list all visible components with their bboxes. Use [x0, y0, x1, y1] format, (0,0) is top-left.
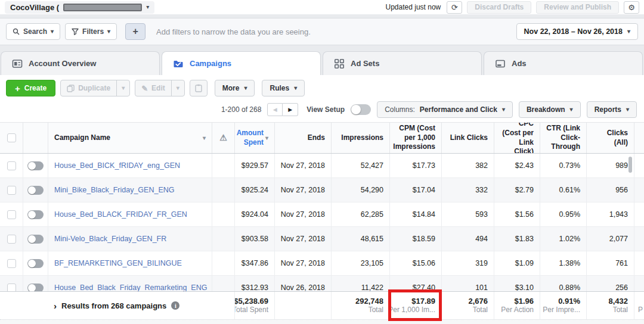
toggle-knob [28, 260, 36, 267]
delivery-alert-cell [212, 178, 234, 202]
row-checkbox-cell [0, 178, 23, 202]
filter-bar: Search ▾ Filters ▾ + Add filters to narr… [0, 18, 644, 45]
cpm-cell: $17.73 [389, 154, 441, 177]
campaign-name-link[interactable]: Mini_Bike_Black_Friday_GEN_ENG [54, 186, 174, 194]
select-all-checkbox[interactable] [7, 133, 16, 142]
toggle-knob [28, 284, 36, 292]
cpc-cell: $1.09 [494, 251, 540, 275]
delivery-alert-cell [212, 202, 234, 226]
vertical-scrollbar[interactable] [628, 157, 632, 173]
impressions-cell: 52,427 [331, 154, 389, 177]
ends-cell: Nov 26, 2018 [274, 276, 331, 291]
search-label: Search [23, 27, 47, 36]
campaign-name-header[interactable]: Campaign Name ▾ [48, 123, 212, 153]
toggle-knob [28, 162, 36, 170]
clicks-all-cell: 2,077 [586, 227, 634, 251]
create-button[interactable]: + Create [6, 80, 55, 96]
row-checkbox[interactable] [7, 161, 16, 170]
ctr-cell: 0.61% [540, 178, 586, 202]
horizontal-scroll-area[interactable] [0, 319, 644, 324]
date-range-selector[interactable]: Nov 22, 2018 – Nov 26, 2018 ▾ [516, 23, 638, 40]
pencil-icon: ✎ [141, 84, 148, 93]
total-link-clicks-cell: 2,676 Total [441, 292, 494, 319]
filters-dropdown-button[interactable]: Filters ▾ [65, 23, 117, 40]
campaign-status-toggle[interactable] [27, 210, 44, 219]
cpc-cell: $2.79 [494, 178, 540, 202]
tab-account-overview[interactable]: Account Overview [1, 51, 160, 75]
tab-ads[interactable]: Ads [484, 51, 643, 75]
filter-placeholder-text[interactable]: Add filters to narrow the data you are s… [150, 27, 511, 36]
total-ctr-cell: 0.91% Per Impre... [540, 292, 586, 319]
ctr-header[interactable]: CTR (Link Click-Through [540, 123, 586, 153]
campaign-status-toggle[interactable] [27, 161, 44, 170]
rules-menu-button[interactable]: Rules ▾ [262, 80, 305, 96]
tab-ad-sets[interactable]: Ad Sets [323, 51, 482, 75]
review-and-publish-button[interactable]: Review and Publish [536, 1, 619, 14]
refresh-icon: ⟳ [451, 3, 458, 12]
breakdown-menu-button[interactable]: Breakdown ▾ [519, 101, 581, 118]
clicks-all-cell: 761 [586, 251, 634, 275]
duplicate-label: Duplicate [78, 84, 110, 92]
top-bar: CocoVillage ( ▾ Updated just now ⟳ Disca… [0, 0, 644, 14]
tab-campaigns[interactable]: Campaigns [162, 51, 321, 75]
discard-drafts-button[interactable]: Discard Drafts [467, 1, 531, 14]
clicks-all-header[interactable]: Clicks (All) [586, 123, 634, 153]
account-selector[interactable]: CocoVillage ( ▾ [5, 1, 154, 14]
row-checkbox[interactable] [7, 284, 16, 292]
total-ctr-value: 0.91% [558, 297, 580, 306]
total-cpm-sublabel: Per 1,000 Im... [389, 306, 435, 314]
campaign-status-toggle[interactable] [27, 186, 44, 195]
campaign-status-toggle[interactable] [27, 259, 44, 268]
link-clicks-cell: 332 [441, 178, 494, 202]
next-page-button[interactable]: ▶ [283, 103, 298, 116]
duplicate-menu-button[interactable]: ▾ [116, 80, 129, 96]
spacer [0, 118, 644, 122]
campaign-name-cell: House_Bed_BLACK_FRIDAY_FR_GEN [48, 202, 212, 226]
view-setup-toggle[interactable] [351, 104, 371, 115]
row-checkbox[interactable] [7, 235, 16, 244]
prev-page-button[interactable]: ◀ [267, 103, 283, 116]
row-checkbox[interactable] [7, 259, 16, 268]
campaign-name-link[interactable]: House_Bed_Black_Friday_Remarketing_ENG [54, 284, 207, 291]
search-dropdown-button[interactable]: Search ▾ [6, 23, 60, 40]
campaign-name-link[interactable]: House_Bed_BLACK_FRIDAY_FR_GEN [54, 210, 187, 219]
amount-spent-header[interactable]: Amount Spent ▾ [234, 123, 274, 153]
campaign-name-link[interactable]: BF_REMARKETING_GEN_BILINGUE [54, 259, 182, 267]
cpc-header[interactable]: CPC (Cost per Link Click) [494, 123, 540, 153]
more-menu-button[interactable]: More ▾ [215, 80, 255, 96]
info-icon[interactable]: i [171, 301, 179, 310]
toggle-column-header [23, 123, 48, 153]
campaign-name-link[interactable]: Mini-Velo_Black_Friday_GEN_FR [54, 235, 166, 243]
refresh-button[interactable]: ⟳ [447, 1, 462, 14]
campaign-status-toggle[interactable] [27, 284, 44, 292]
duplicate-button[interactable]: Duplicate [61, 80, 116, 96]
toggle-knob [28, 186, 36, 194]
create-label: Create [24, 84, 47, 92]
row-toggle-cell [23, 251, 48, 275]
clipboard-button[interactable] [190, 80, 208, 96]
campaign-name-link[interactable]: House_Bed_BICK_fRIDAY_eng_GEN [54, 161, 180, 170]
ends-header[interactable]: Ends [274, 123, 331, 153]
delivery-alert-cell [212, 227, 234, 251]
total-cpc-sublabel: Per Action [501, 306, 534, 314]
edit-button[interactable]: ✎ Edit [135, 80, 171, 96]
impressions-header[interactable]: Impressions [331, 123, 389, 153]
more-label: More [222, 84, 240, 92]
reports-menu-button[interactable]: Reports ▾ [587, 101, 637, 118]
row-checkbox[interactable] [7, 186, 16, 195]
toggle-knob [28, 211, 36, 219]
results-summary[interactable]: › Results from 268 campaigns i [48, 292, 212, 319]
chevron-down-icon: ▾ [122, 85, 125, 91]
edit-menu-button[interactable]: ▾ [171, 80, 184, 96]
row-checkbox[interactable] [7, 210, 16, 219]
add-filter-button[interactable]: + [125, 23, 145, 40]
tab-label: Ads [512, 59, 527, 68]
row-checkbox-cell [0, 202, 23, 226]
settings-button[interactable]: ⚙ [624, 1, 639, 14]
link-clicks-header[interactable]: Link Clicks [441, 123, 494, 153]
cpm-cell: $27.40 [389, 276, 441, 291]
table-controls: 1-200 of 268 ◀ ▶ View Setup Columns: Per… [0, 101, 644, 118]
cpm-header[interactable]: CPM (Cost per 1,000 Impressions [389, 123, 441, 153]
columns-menu-button[interactable]: Columns: Performance and Click ▾ [377, 101, 513, 118]
campaign-status-toggle[interactable] [27, 235, 44, 244]
